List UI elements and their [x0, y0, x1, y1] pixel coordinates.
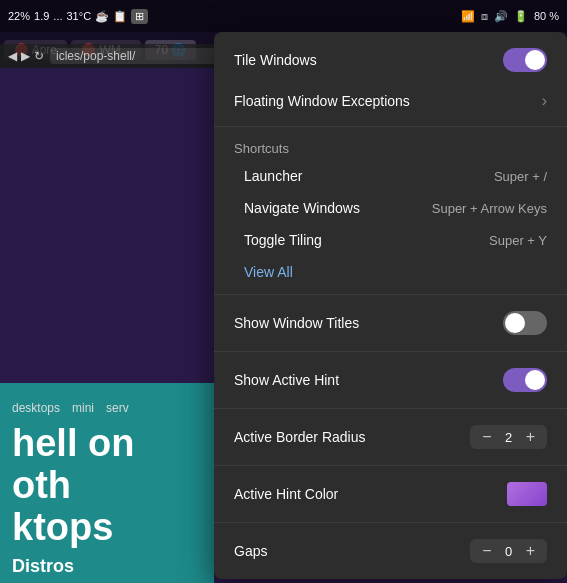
- show-active-hint-toggle[interactable]: [503, 368, 547, 392]
- active-hint-color-label: Active Hint Color: [234, 486, 338, 502]
- link-serv[interactable]: serv: [106, 401, 129, 415]
- tile-windows-row: Tile Windows: [214, 38, 567, 82]
- show-window-titles-row: Show Window Titles: [214, 301, 567, 345]
- toggle-knob-3: [525, 370, 545, 390]
- shortcut-navigate-key: Super + Arrow Keys: [432, 201, 547, 216]
- clipboard-icon: 📋: [113, 10, 127, 23]
- floating-exceptions-row[interactable]: Floating Window Exceptions ›: [214, 82, 567, 120]
- tile-windows-section: Tile Windows Floating Window Exceptions …: [214, 32, 567, 127]
- border-radius-decrement[interactable]: −: [480, 429, 493, 445]
- mem-label: ...: [53, 10, 62, 22]
- gaps-section: Gaps − 0 +: [214, 523, 567, 579]
- active-border-radius-label: Active Border Radius: [234, 429, 366, 445]
- show-window-titles-toggle[interactable]: [503, 311, 547, 335]
- gaps-decrement[interactable]: −: [480, 543, 493, 559]
- shortcut-toggle-key: Super + Y: [489, 233, 547, 248]
- cpu-val: 1.9: [34, 10, 49, 22]
- system-topbar: 22% 1.9 ... 31°C ☕ 📋 ⊞ 📶 ⧈ 🔊 🔋 80 %: [0, 0, 567, 32]
- teal-bg-section: desktops mini serv hell on othktops Dist…: [0, 383, 214, 583]
- shortcut-launcher-label: Launcher: [244, 168, 302, 184]
- reload-icon[interactable]: ↻: [34, 49, 44, 63]
- shortcut-navigate-row: Navigate Windows Super + Arrow Keys: [214, 192, 567, 224]
- topbar-right: 📶 ⧈ 🔊 🔋 80 %: [461, 10, 559, 23]
- gaps-value: 0: [502, 544, 516, 559]
- topbar-left: 22% 1.9 ... 31°C ☕ 📋 ⊞: [8, 9, 148, 24]
- tile-windows-label: Tile Windows: [234, 52, 317, 68]
- view-all-label: View All: [244, 264, 293, 280]
- hint-color-section: Active Hint Color: [214, 466, 567, 523]
- battery-pct: 22%: [8, 10, 30, 22]
- show-active-hint-row: Show Active Hint: [214, 358, 567, 402]
- forward-icon[interactable]: ▶: [21, 49, 30, 63]
- active-border-radius-row: Active Border Radius − 2 +: [214, 415, 567, 459]
- shortcuts-section: Shortcuts Launcher Super + / Navigate Wi…: [214, 127, 567, 295]
- back-icon[interactable]: ◀: [8, 49, 17, 63]
- shortcut-toggle-row: Toggle Tiling Super + Y: [214, 224, 567, 256]
- active-hint-color-row: Active Hint Color: [214, 472, 567, 516]
- view-all-row[interactable]: View All: [214, 256, 567, 288]
- bluetooth-icon: ⧈: [481, 10, 488, 23]
- battery-full-pct: 80 %: [534, 10, 559, 22]
- chevron-right-icon: ›: [542, 92, 547, 110]
- workspace-icon[interactable]: ⊞: [131, 9, 148, 24]
- gaps-increment[interactable]: +: [524, 543, 537, 559]
- distros-label: Distros: [12, 556, 202, 577]
- shortcut-launcher-key: Super + /: [494, 169, 547, 184]
- border-radius-increment[interactable]: +: [524, 429, 537, 445]
- link-desktops[interactable]: desktops: [12, 401, 60, 415]
- border-radius-section: Active Border Radius − 2 +: [214, 409, 567, 466]
- link-mini[interactable]: mini: [72, 401, 94, 415]
- border-radius-stepper: − 2 +: [470, 425, 547, 449]
- toggle-knob-2: [505, 313, 525, 333]
- gaps-label: Gaps: [234, 543, 267, 559]
- volume-icon: 🔊: [494, 10, 508, 23]
- show-window-titles-label: Show Window Titles: [234, 315, 359, 331]
- tile-windows-toggle[interactable]: [503, 48, 547, 72]
- menu-panel: Tile Windows Floating Window Exceptions …: [214, 32, 567, 579]
- temp-val: 31°C: [67, 10, 92, 22]
- floating-exceptions-label: Floating Window Exceptions: [234, 93, 410, 109]
- shortcut-launcher-row: Launcher Super + /: [214, 160, 567, 192]
- show-active-hint-label: Show Active Hint: [234, 372, 339, 388]
- wifi-icon: 📶: [461, 10, 475, 23]
- page-big-text: hell on othktops: [12, 423, 202, 548]
- gaps-stepper: − 0 +: [470, 539, 547, 563]
- emoji-icon: ☕: [95, 10, 109, 23]
- active-hint-section: Show Active Hint: [214, 352, 567, 409]
- battery-full-icon: 🔋: [514, 10, 528, 23]
- toggle-knob: [525, 50, 545, 70]
- gaps-row: Gaps − 0 +: [214, 529, 567, 573]
- shortcut-toggle-label: Toggle Tiling: [244, 232, 322, 248]
- border-radius-value: 2: [502, 430, 516, 445]
- shortcuts-header: Shortcuts: [214, 133, 567, 160]
- active-hint-color-swatch[interactable]: [507, 482, 547, 506]
- shortcut-navigate-label: Navigate Windows: [244, 200, 360, 216]
- window-titles-section: Show Window Titles: [214, 295, 567, 352]
